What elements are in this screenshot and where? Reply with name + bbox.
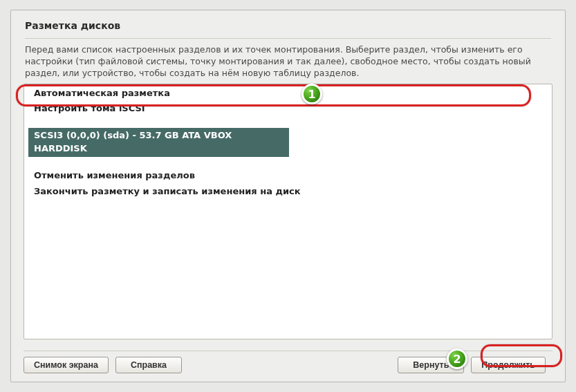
continue-button[interactable]: Продолжить [471, 357, 546, 373]
window-title: Разметка дисков [11, 10, 565, 38]
list-item-auto-partition[interactable]: Автоматическая разметка [24, 86, 552, 102]
help-button[interactable]: Справка [115, 357, 182, 373]
list-item-disk[interactable]: SCSI3 (0,0,0) (sda) - 53.7 GB ATA VBOX H… [28, 128, 289, 157]
instructions-text: Перед вами список настроенных разделов и… [25, 38, 551, 80]
list-item-undo[interactable]: Отменить изменения разделов [24, 168, 552, 184]
list-item-finish[interactable]: Закончить разметку и записать изменения … [24, 184, 552, 200]
list-gap [24, 158, 552, 168]
list-item-disk-wrap: SCSI3 (0,0,0) (sda) - 53.7 GB ATA VBOX H… [24, 128, 552, 157]
screenshot-button[interactable]: Снимок экрана [24, 357, 109, 373]
button-bar: Снимок экрана Справка Вернуть Продолжить [24, 351, 552, 373]
list-gap [24, 117, 552, 127]
partition-window: Разметка дисков Перед вами список настро… [10, 10, 566, 382]
list-item-iscsi[interactable]: Настроить тома iSCSI [24, 101, 552, 117]
partition-list: Автоматическая разметка Настроить тома i… [24, 84, 552, 339]
annotation-badge-2: 2 [447, 348, 467, 369]
annotation-badge-1: 1 [301, 84, 322, 104]
